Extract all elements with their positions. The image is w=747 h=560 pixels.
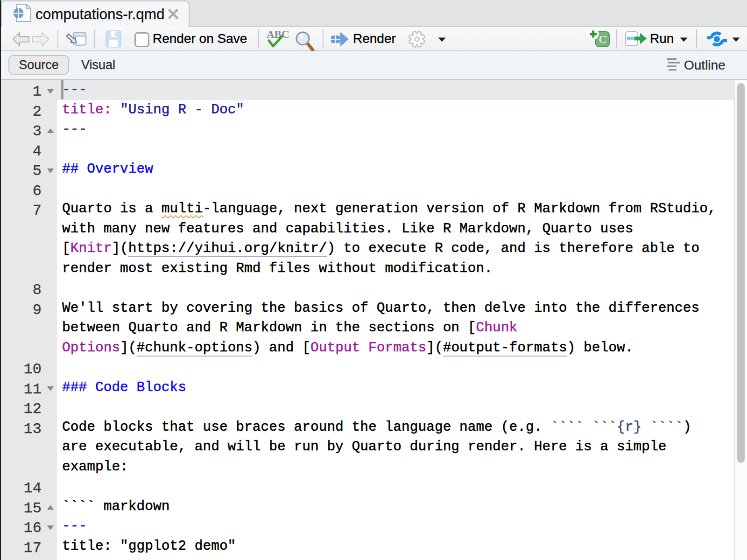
svg-text:C: C [599, 33, 606, 45]
